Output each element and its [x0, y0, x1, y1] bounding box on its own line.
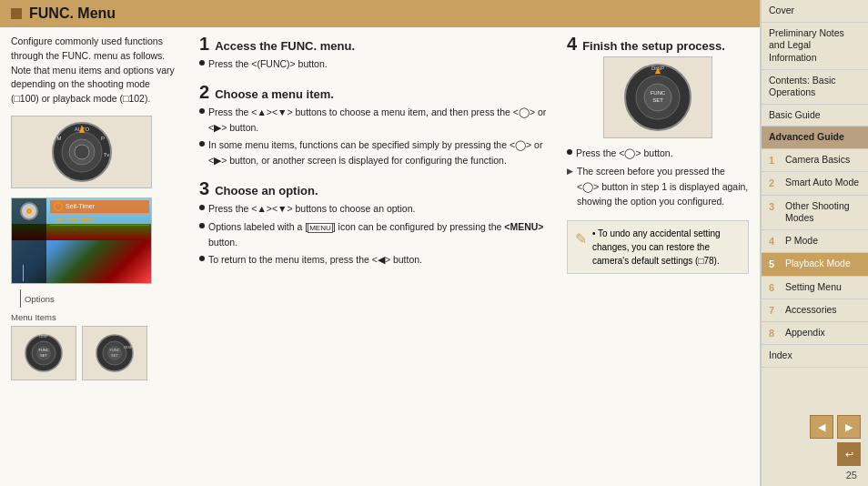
bullet-dot [567, 149, 572, 155]
screen-menu-item-timer: Self-Timer [50, 200, 149, 214]
camera-dial-svg: AUTO P Tv M FUNC SET [50, 120, 114, 184]
step-2-bullet-1: Press the <▲><▼> buttons to choose a men… [199, 105, 547, 136]
camera-small-svg-2: FUNC SET DISP [87, 330, 142, 376]
screen-content: Self-Timer Set Self-Timer [12, 198, 151, 283]
step-1-header: 1 Access the FUNC. menu. [199, 35, 547, 53]
step-1-bullet-1: Press the <(FUNC)> button. [199, 56, 547, 72]
note-text: • To undo any accidental setting changes… [592, 227, 741, 268]
sidebar-item-smart-auto[interactable]: 2 Smart Auto Mode [762, 172, 868, 195]
prev-button[interactable]: ◀ [810, 415, 833, 439]
step-1-content: Press the <(FUNC)> button. [199, 56, 547, 72]
sidebar-num-2: 2 [769, 177, 782, 189]
camera-small-2: FUNC SET DISP [82, 326, 147, 380]
svg-text:FUNC: FUNC [651, 90, 666, 96]
middle-column: 1 Access the FUNC. menu. Press the <(FUN… [190, 35, 556, 479]
camera-small-1: FUNC SET DISP [11, 326, 76, 380]
left-column: Configure commonly used functions throug… [11, 35, 179, 479]
title-icon [11, 8, 22, 19]
sidebar-item-accessories[interactable]: 7 Accessories [762, 299, 868, 322]
note-icon: ✎ [575, 228, 587, 268]
step-4-number: 4 [567, 35, 577, 53]
step-1: 1 Access the FUNC. menu. Press the <(FUN… [199, 35, 547, 72]
svg-text:SET: SET [652, 97, 663, 103]
options-label: Options [25, 294, 55, 304]
step-3-content: Press the <▲><▼> buttons to choose an op… [199, 201, 547, 268]
step-2-header: 2 Choose a menu item. [199, 83, 547, 101]
svg-text:DISP: DISP [124, 345, 133, 349]
bullet-dot [199, 205, 205, 210]
sidebar-nav: ◀ ▶ ↩ 25 [762, 410, 868, 486]
sidebar-item-cover[interactable]: Cover [762, 0, 868, 23]
sidebar: Cover Preliminary Notes and Legal Inform… [761, 0, 868, 486]
svg-text:DISP: DISP [39, 334, 48, 339]
sidebar-item-basic-guide[interactable]: Basic Guide [762, 105, 868, 127]
bullet-dot [199, 256, 205, 261]
svg-text:SET: SET [40, 353, 47, 358]
svg-text:P: P [100, 136, 104, 141]
page-title: FUNC. Menu [29, 5, 116, 22]
bullet-dot [199, 223, 205, 228]
sidebar-item-index[interactable]: Index [762, 345, 868, 368]
sidebar-item-prelim[interactable]: Preliminary Notes and Legal Information [762, 23, 868, 70]
sidebar-item-setting-menu[interactable]: 6 Setting Menu [762, 277, 868, 299]
sidebar-item-contents[interactable]: Contents: Basic Operations [762, 70, 868, 105]
step-2: 2 Choose a menu item. Press the <▲><▼> b… [199, 83, 547, 168]
note-box: ✎ • To undo any accidental setting chang… [567, 220, 749, 274]
sidebar-num-5: 5 [769, 258, 782, 270]
next-button[interactable]: ▶ [837, 415, 861, 439]
page-number: 25 [846, 470, 861, 481]
step-2-number: 2 [199, 83, 209, 101]
sidebar-num-4: 4 [769, 235, 782, 248]
bullet-dot [199, 108, 205, 114]
svg-point-9 [75, 145, 89, 159]
screen-menu-item-selftimer2: Set Self-Timer [50, 215, 149, 226]
image-labels: Options [11, 289, 179, 308]
step-4-content: FUNC SET DISP Press the <◯> button. ▶ [567, 56, 749, 209]
sidebar-item-appendix[interactable]: 8 Appendix [762, 322, 868, 345]
bullet-dot [199, 60, 205, 66]
sidebar-item-playback-mode[interactable]: 5 Playback Mode [762, 253, 868, 276]
sidebar-item-camera-basics[interactable]: 1 Camera Basics [762, 149, 868, 172]
step-4-bullet-2: ▶ The screen before you pressed the <◯> … [567, 164, 749, 209]
step-3-bullet-1: Press the <▲><▼> buttons to choose an op… [199, 201, 547, 217]
svg-text:SET: SET [111, 353, 118, 358]
step-4: 4 Finish the setup process. FUNC SET [567, 35, 749, 209]
camera-small-svg-1: FUNC SET DISP [16, 330, 71, 376]
svg-text:FUNC: FUNC [109, 348, 119, 352]
step-2-bullet-2: In some menu items, functions can be spe… [199, 137, 547, 168]
right-column: 4 Finish the setup process. FUNC SET [567, 35, 749, 479]
svg-text:Tv: Tv [103, 152, 109, 157]
intro-text: Configure commonly used functions throug… [11, 35, 179, 106]
main-content: FUNC. Menu Configure commonly used funct… [0, 0, 761, 486]
menu-items-label: Menu Items [11, 312, 56, 322]
step-1-title: Access the FUNC. menu. [215, 39, 355, 53]
svg-text:M: M [56, 136, 61, 141]
step-2-content: Press the <▲><▼> buttons to choose a men… [199, 105, 547, 168]
step-3-title: Choose an option. [215, 184, 318, 197]
disp-dial-svg: FUNC SET DISP [617, 61, 699, 134]
menu-items-label-container: Menu Items [11, 311, 179, 322]
bullet-dot [199, 141, 205, 147]
step-2-title: Choose a menu item. [215, 87, 334, 101]
camera-dial-image: AUTO P Tv M FUNC SET [11, 116, 152, 188]
sidebar-num-3: 3 [769, 200, 782, 213]
title-bar: FUNC. Menu [0, 0, 760, 27]
svg-text:FUNC: FUNC [38, 348, 48, 352]
nav-buttons-row: ◀ ▶ [810, 415, 861, 439]
disp-image-container: FUNC SET DISP [567, 56, 749, 138]
step-3-number: 3 [199, 179, 209, 197]
step-3: 3 Choose an option. Press the <▲><▼> but… [199, 179, 547, 268]
camera-screenshot-image: Self-Timer Set Self-Timer [11, 197, 152, 284]
step-3-bullet-2: Options labeled with a [MENU] icon can b… [199, 219, 547, 250]
step-4-header: 4 Finish the setup process. [567, 35, 749, 53]
step-1-number: 1 [199, 35, 209, 53]
sidebar-num-7: 7 [769, 304, 782, 317]
content-body: Configure commonly used functions throug… [0, 27, 760, 486]
disp-camera-image: FUNC SET DISP [603, 56, 712, 138]
sidebar-item-other-shooting[interactable]: 3 Other Shooting Modes [762, 196, 868, 230]
step-4-title: Finish the setup process. [582, 39, 725, 53]
home-button[interactable]: ↩ [837, 442, 861, 466]
step-4-bullet-1: Press the <◯> button. [567, 146, 749, 161]
sidebar-item-p-mode[interactable]: 4 P Mode [762, 230, 868, 253]
sidebar-item-advanced-guide[interactable]: Advanced Guide [762, 127, 868, 149]
